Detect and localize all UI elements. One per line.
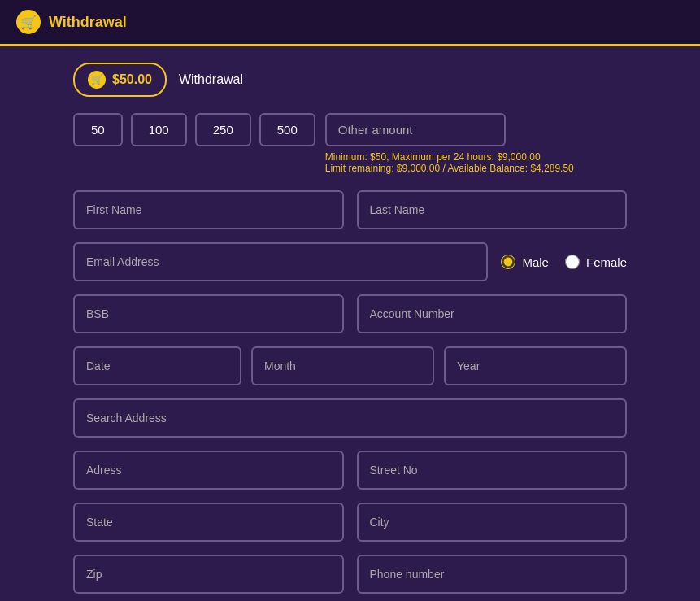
limit-line1: Minimum: $50, Maximum per 24 hours: $9,0…	[325, 151, 627, 163]
amount-value: $50.00	[112, 72, 152, 87]
date-input[interactable]	[73, 346, 241, 385]
amount-row: 🛒 $50.00 Withdrawal	[73, 63, 627, 97]
zip-phone-row	[73, 555, 627, 594]
other-amount-input[interactable]	[325, 113, 506, 146]
limit-line2: Limit remaining: $9,000.00 / Available B…	[325, 163, 627, 174]
address-row	[73, 451, 627, 490]
year-input[interactable]	[444, 346, 627, 385]
gender-male-label: Male	[522, 255, 549, 269]
gender-male-radio[interactable]	[501, 255, 515, 269]
amount-btn-50[interactable]: 50	[73, 113, 123, 146]
zip-input[interactable]	[73, 555, 344, 594]
header: 🛒 Withdrawal	[0, 0, 700, 46]
phone-input[interactable]	[357, 555, 628, 594]
street-no-input[interactable]	[357, 451, 628, 490]
bsb-account-row	[73, 294, 627, 333]
header-title: Withdrawal	[49, 14, 127, 31]
address-input[interactable]	[73, 451, 344, 490]
gender-female-radio[interactable]	[565, 255, 580, 269]
amount-btn-250[interactable]: 250	[195, 113, 251, 146]
header-icon: 🛒	[16, 10, 41, 34]
state-input[interactable]	[73, 503, 344, 542]
last-name-input[interactable]	[357, 190, 628, 229]
amount-btn-100[interactable]: 100	[131, 113, 187, 146]
email-gender-row: Male Female	[73, 242, 627, 281]
gender-female-option[interactable]: Female	[565, 255, 627, 269]
city-input[interactable]	[357, 503, 628, 542]
withdrawal-label: Withdrawal	[179, 72, 243, 87]
month-input[interactable]	[251, 346, 434, 385]
gender-male-option[interactable]: Male	[501, 255, 549, 269]
name-row	[73, 190, 627, 229]
email-input[interactable]	[73, 242, 488, 281]
search-address-row	[73, 398, 627, 451]
search-address-input[interactable]	[73, 398, 627, 438]
amount-badge: 🛒 $50.00	[73, 63, 167, 97]
first-name-input[interactable]	[73, 190, 344, 229]
amount-buttons-container: 50 100 250 500 Minimum: $50, Maximum per…	[73, 113, 627, 174]
gender-female-label: Female	[586, 255, 627, 269]
main-content: 🛒 $50.00 Withdrawal 50 100 250 500 Minim…	[0, 46, 700, 601]
amount-btn-500[interactable]: 500	[259, 113, 315, 146]
state-city-row	[73, 503, 627, 542]
account-number-input[interactable]	[357, 294, 628, 333]
date-row	[73, 346, 627, 385]
cart-icon: 🛒	[88, 71, 106, 89]
gender-radio-group: Male Female	[501, 242, 627, 281]
bsb-input[interactable]	[73, 294, 344, 333]
limit-info: Minimum: $50, Maximum per 24 hours: $9,0…	[325, 151, 627, 174]
left-buttons: 50 100 250 500	[73, 113, 315, 146]
right-section: Minimum: $50, Maximum per 24 hours: $9,0…	[325, 113, 627, 174]
